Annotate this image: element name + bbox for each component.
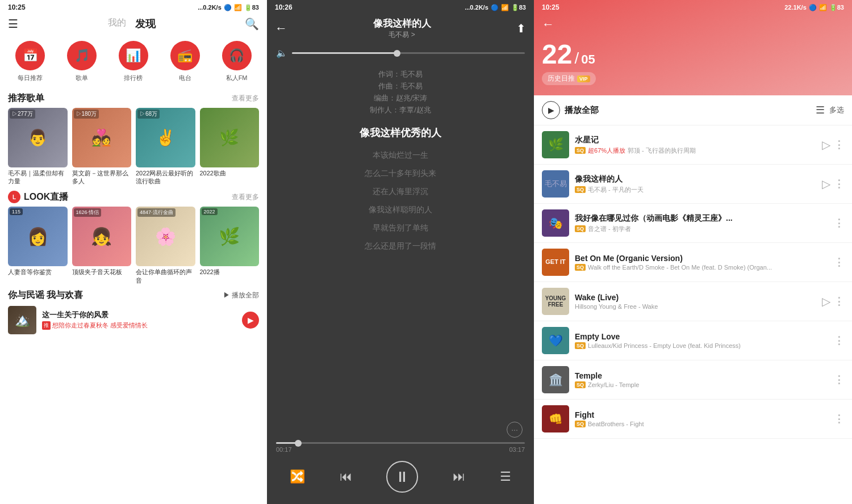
pause-button[interactable]: ⏸ (386, 461, 418, 493)
history-badge[interactable]: 历史日推 VIP (542, 72, 596, 85)
song-artist[interactable]: 毛不易 > (373, 30, 431, 40)
live-badge-1: 1626·情侣 (74, 208, 102, 217)
tab-my[interactable]: 我的 (108, 17, 126, 31)
recommend-section-header: 推荐歌单 查看更多 (0, 87, 267, 108)
sq-badge-1: SQ (575, 186, 586, 193)
quick-item-chart[interactable]: 📊 排行榜 (119, 41, 148, 82)
recommend-see-more[interactable]: 查看更多 (232, 94, 259, 103)
table-row[interactable]: 🎭 我好像在哪见过你（动画电影《精灵王座》... SQ 音之谱 - 初学者 ⋮ (534, 204, 852, 243)
song-thumb-0: 🌿 (542, 131, 569, 158)
folk-play-all-btn[interactable]: ▶ 播放全部 (223, 291, 259, 300)
search-icon[interactable]: 🔍 (245, 17, 259, 31)
song-meta-0: SQ 超67%人播放 郭顶 - 飞行器的执行周期 (575, 146, 816, 155)
progress-bar[interactable] (276, 442, 525, 444)
date-display: 22 / 05 (542, 39, 844, 70)
live-card-2[interactable]: 4847·流行金曲 🌸 会让你单曲循环的声音 (136, 207, 195, 285)
back-button-3[interactable]: ← (542, 17, 554, 32)
song-info-7: Fight SQ BeatBrothers - Fight (575, 410, 828, 427)
playlist-thumb-0: ▷277万 👨 (8, 108, 68, 167)
playlist-card-3[interactable]: 🌿 2022歌曲 (200, 108, 260, 185)
table-row[interactable]: 🏛️ Temple SQ Zerky/Liu - Temple ⋮ (534, 360, 852, 400)
song-meta-1: SQ 毛不易 - 平凡的一天 (575, 186, 816, 194)
playlist-name-2: 2022网易云最好听的流行歌曲 (136, 169, 195, 186)
song-more-btn-4[interactable]: ⋮ (834, 295, 844, 308)
sq-badge-6: SQ (575, 381, 586, 388)
live-badge-3: 2022 (202, 208, 218, 215)
table-row[interactable]: 毛不易 像我这样的人 SQ 毛不易 - 平凡的一天 ▷ ⋮ (534, 165, 852, 204)
sort-icon[interactable]: ☰ (816, 104, 825, 116)
song-play-btn-4[interactable]: ▷ (822, 295, 830, 308)
song-info-6: Temple SQ Zerky/Liu - Temple (575, 371, 828, 388)
volume-icon: 🔈 (276, 48, 287, 58)
share-icon[interactable]: ⬆ (516, 22, 526, 35)
look-logo: L (8, 191, 20, 203)
playlist-name-0: 毛不易｜温柔但却有力量 (8, 169, 68, 186)
queue-button[interactable]: ☰ (500, 469, 511, 484)
progress-times: 00:17 03:17 (276, 446, 525, 453)
date-block: 22 / 05 历史日推 VIP (542, 36, 844, 87)
quick-item-playlist[interactable]: 🎵 歌单 (67, 41, 97, 82)
table-row[interactable]: YOUNG FREE Wake (Live) Hillsong Young & … (534, 282, 852, 321)
playlist-card-0[interactable]: ▷277万 👨 毛不易｜温柔但却有力量 (8, 108, 68, 185)
look-see-more[interactable]: 查看更多 (232, 192, 259, 202)
shuffle-button[interactable]: 🔀 (290, 469, 305, 484)
live-card-1[interactable]: 1626·情侣 👧 顶级夹子音天花板 (72, 207, 132, 285)
table-row[interactable]: 👊 Fight SQ BeatBrothers - Fight ⋮ (534, 400, 852, 439)
song-actions-1: ▷ ⋮ (822, 177, 844, 191)
table-row[interactable]: 💙 Empty Love SQ Lulleaux/Kid Princess - … (534, 321, 852, 360)
lyric-line-7: 还在人海里浮沉 (373, 187, 428, 197)
quick-item-fm[interactable]: 🎧 私人FM (222, 41, 252, 82)
song-name-0: 水星记 (575, 135, 816, 145)
song-more-btn-0[interactable]: ⋮ (834, 138, 844, 151)
playlist-name-3: 2022歌曲 (200, 169, 260, 177)
song-more-btn-7[interactable]: ⋮ (834, 413, 844, 425)
playlist-label: 歌单 (76, 74, 88, 82)
prev-button[interactable]: ⏮ (340, 469, 352, 484)
folk-play-button[interactable]: ▶ (242, 312, 259, 329)
live-name-3: 2022播 (200, 268, 260, 276)
quick-item-radio[interactable]: 📻 电台 (170, 41, 200, 82)
song-thumb-5: 💙 (542, 327, 569, 354)
song-play-btn-1[interactable]: ▷ (822, 177, 830, 191)
radio-icon: 📻 (170, 41, 200, 70)
song-play-btn-0[interactable]: ▷ (822, 138, 830, 152)
live-row: 115 👩 人妻音等你鉴赏 1626·情侣 👧 顶级夹子音天花板 4847·流行… (0, 207, 267, 285)
song-actions-5: ⋮ (834, 334, 844, 347)
lyric-meta-2: 编曲：赵兆/宋涛 (278, 93, 523, 103)
live-card-0[interactable]: 115 👩 人妻音等你鉴赏 (8, 207, 68, 285)
lyric-line-9: 早就告别了单纯 (373, 223, 428, 233)
daily-label: 每日推荐 (18, 74, 43, 82)
playlist-count-1: ▷180万 (74, 110, 99, 119)
song-more-btn-3[interactable]: ⋮ (834, 256, 844, 268)
next-button[interactable]: ⏭ (453, 469, 465, 484)
multi-select-btn[interactable]: 多选 (829, 105, 844, 115)
status-icons-1: ...0.2K/s 🔵 📶 🔋83 (198, 4, 259, 11)
table-row[interactable]: 🌿 水星记 SQ 超67%人播放 郭顶 - 飞行器的执行周期 ▷ ⋮ (534, 125, 852, 165)
song-info-0: 水星记 SQ 超67%人播放 郭顶 - 飞行器的执行周期 (575, 135, 816, 155)
more-options-icon[interactable]: ··· (507, 422, 523, 438)
volume-bar[interactable] (292, 52, 525, 54)
playlist-count-2: ▷68万 (137, 110, 160, 119)
quick-item-daily[interactable]: 📅 每日推荐 (15, 41, 45, 82)
playlist-card-1[interactable]: ▷180万 💑 莫文蔚－这世界那么多人 (72, 108, 132, 185)
menu-icon[interactable]: ☰ (8, 17, 18, 31)
song-more-btn-1[interactable]: ⋮ (834, 178, 844, 190)
song-list: 🌿 水星记 SQ 超67%人播放 郭顶 - 飞行器的执行周期 ▷ ⋮ 毛不易 像… (534, 125, 852, 504)
table-row[interactable]: GET IT Bet On Me (Organic Version) SQ Wa… (534, 243, 852, 282)
live-card-3[interactable]: 2022 🌿 2022播 (200, 207, 260, 285)
progress-dot (295, 440, 302, 447)
live-thumb-2: 4847·流行金曲 🌸 (136, 207, 195, 266)
song-more-btn-5[interactable]: ⋮ (834, 334, 844, 347)
playlist-card-2[interactable]: ▷68万 ✌️ 2022网易云最好听的流行歌曲 (136, 108, 195, 185)
song-actions-2: ⋮ (834, 217, 844, 229)
song-more-btn-6[interactable]: ⋮ (834, 373, 844, 386)
vip-badge: VIP (577, 75, 590, 82)
recommend-title: 推荐歌单 (8, 93, 44, 104)
tab-discover[interactable]: 发现 (135, 17, 156, 31)
lyric-line-8: 像我这样聪明的人 (369, 205, 432, 215)
play-all-circle-btn[interactable]: ▶ (542, 101, 560, 119)
back-button-2[interactable]: ← (275, 21, 287, 36)
song-info-1: 像我这样的人 SQ 毛不易 - 平凡的一天 (575, 174, 816, 194)
song-more-btn-2[interactable]: ⋮ (834, 217, 844, 229)
folk-item[interactable]: 🏔️ 这一生关于你的风景 推 想陪你走过春夏秋冬 感受爱情情长 ▶ (8, 306, 259, 334)
